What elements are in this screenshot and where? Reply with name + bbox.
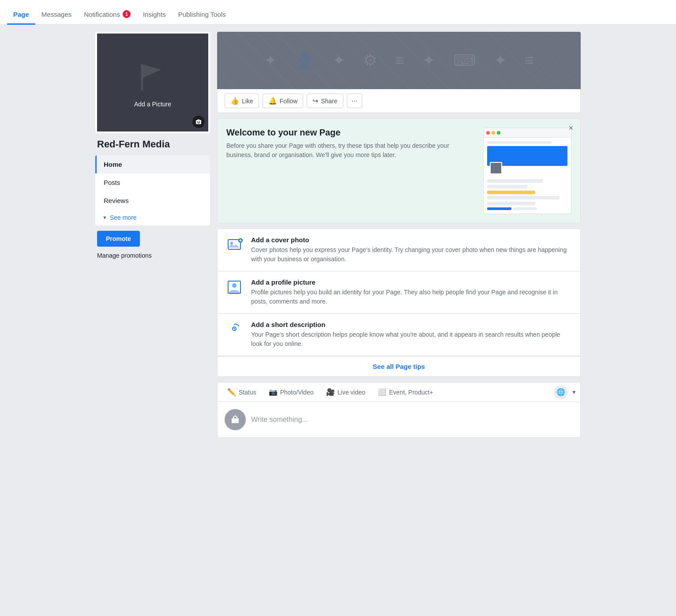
tip-short-description-content: Add a short description Your Page's shor… [251, 321, 571, 349]
camera-icon [195, 119, 202, 125]
sidebar-item-home[interactable]: Home [95, 155, 210, 173]
tip-short-description-title: Add a short description [251, 321, 571, 328]
mock-browser-body [484, 138, 571, 214]
tip-short-description-description: Your Page's short description helps peop… [251, 330, 571, 349]
main-layout: Add a Picture Red-Fern Media Home Posts … [95, 25, 581, 438]
cover-symbol-5: ≡ [395, 51, 404, 70]
more-options-button[interactable]: ··· [347, 94, 362, 108]
event-icon: ⬜ [378, 388, 387, 396]
cover-symbol-8: ✦ [494, 51, 507, 70]
top-navigation: Page Messages Notifications 1 Insights P… [0, 0, 676, 25]
composer-tab-photo[interactable]: 📷 Photo/Video [263, 383, 320, 402]
share-icon: ↪ [312, 97, 318, 105]
follow-button[interactable]: 🔔 Follow [263, 94, 303, 108]
notifications-badge: 1 [123, 10, 131, 18]
welcome-card-description: Before you share your Page with others, … [226, 141, 476, 160]
photo-icon: 📷 [269, 388, 278, 396]
mock-browser-bar [484, 128, 571, 138]
mock-dot-yellow [492, 131, 495, 135]
flag-icon [133, 57, 173, 97]
add-description-icon [227, 322, 243, 338]
composer-right-actions: 🌐 ▼ [554, 383, 577, 402]
tab-page[interactable]: Page [7, 4, 35, 25]
camera-button[interactable] [192, 116, 205, 128]
tip-profile-picture: Add a profile picture Profile pictures h… [218, 271, 580, 314]
welcome-card: Welcome to your new Page Before you shar… [217, 118, 581, 223]
cover-symbol-2: 👤 [295, 51, 315, 70]
chevron-down-icon: ▼ [102, 215, 107, 220]
composer-tabs: ✏️ Status 📷 Photo/Video 🎥 Live video ⬜ E… [218, 383, 580, 402]
see-all-tips-link[interactable]: See all Page tips [218, 356, 580, 376]
tip-profile-picture-content: Add a profile picture Profile pictures h… [251, 278, 571, 306]
close-button[interactable]: × [568, 124, 573, 132]
profile-picture-box[interactable]: Add a Picture [95, 32, 210, 133]
tip-cover-photo: Add a cover photo Cover photos help you … [218, 229, 580, 271]
share-button[interactable]: ↪ Share [307, 94, 343, 108]
short-description-icon [226, 321, 244, 338]
welcome-card-image [483, 128, 571, 214]
welcome-card-title: Welcome to your new Page [226, 128, 476, 138]
main-content: ✦ 👤 ✦ ⚙ ≡ ✦ ⌨ ✦ ≡ 👍 Like 🔔 Follow ↪ [217, 32, 581, 438]
profile-picture-icon [226, 278, 244, 296]
mock-line-5 [487, 202, 535, 205]
promote-section: Promote Manage promotions [95, 225, 210, 261]
cover-symbol-6: ✦ [422, 51, 436, 70]
tip-cover-photo-content: Add a cover photo Cover photos help you … [251, 236, 571, 264]
cover-symbol-7: ⌨ [453, 51, 476, 70]
like-button[interactable]: 👍 Like [225, 94, 259, 108]
action-bar: 👍 Like 🔔 Follow ↪ Share ··· [217, 89, 581, 113]
svg-point-7 [232, 283, 237, 288]
tip-cover-photo-description: Cover photos help you express your Page'… [251, 245, 571, 264]
sidebar-item-posts[interactable]: Posts [95, 173, 210, 192]
mock-line-4 [487, 196, 560, 199]
post-composer: ✏️ Status 📷 Photo/Video 🎥 Live video ⬜ E… [217, 382, 581, 438]
mock-blue-btn [487, 207, 511, 210]
sidebar-item-reviews[interactable]: Reviews [95, 192, 210, 210]
cover-pattern: ✦ 👤 ✦ ⚙ ≡ ✦ ⌨ ✦ ≡ [217, 32, 581, 89]
add-cover-photo-icon [227, 237, 243, 253]
see-more-link[interactable]: ▼ See more [95, 210, 210, 225]
tip-profile-picture-description: Profile pictures help you build an ident… [251, 288, 571, 306]
like-icon: 👍 [230, 97, 239, 105]
composer-tab-event[interactable]: ⬜ Event, Product+ [372, 383, 439, 402]
cover-symbol-9: ≡ [525, 51, 534, 70]
cover-photo[interactable]: ✦ 👤 ✦ ⚙ ≡ ✦ ⌨ ✦ ≡ [217, 32, 581, 89]
cover-photo-icon [226, 236, 244, 254]
tab-insights[interactable]: Insights [137, 4, 172, 25]
composer-tab-status[interactable]: ✏️ Status [221, 383, 263, 402]
mock-line-3 [487, 185, 527, 188]
cover-symbol-1: ✦ [264, 51, 277, 70]
tab-notifications[interactable]: Notifications 1 [78, 3, 137, 25]
welcome-card-text: Welcome to your new Page Before you shar… [226, 128, 476, 214]
follow-icon: 🔔 [268, 97, 277, 105]
page-name: Red-Fern Media [95, 139, 210, 150]
add-profile-picture-icon [227, 279, 243, 295]
audience-selector[interactable]: 🌐 [554, 385, 568, 399]
manage-promotions-link[interactable]: Manage promotions [95, 250, 210, 261]
mock-dot-green [497, 131, 500, 135]
tip-short-description: Add a short description Your Page's shor… [218, 314, 580, 356]
tip-profile-picture-title: Add a profile picture [251, 278, 571, 286]
svg-point-10 [234, 328, 235, 330]
tab-publishing-tools[interactable]: Publishing Tools [172, 4, 232, 25]
tip-cover-photo-title: Add a cover photo [251, 236, 571, 244]
cover-symbol-3: ✦ [332, 51, 346, 70]
promote-button[interactable]: Promote [97, 231, 140, 247]
mock-line-2 [487, 179, 543, 183]
composer-text-input[interactable]: Write something... [251, 416, 308, 424]
tab-messages[interactable]: Messages [35, 4, 78, 25]
mock-yellow-bar [487, 191, 535, 194]
sidebar-menu: Home Posts Reviews ▼ See more [95, 155, 210, 225]
mock-profile-small [490, 162, 502, 174]
status-icon: ✏️ [227, 388, 236, 396]
add-picture-label: Add a Picture [134, 101, 171, 108]
mock-dot-red [486, 131, 490, 135]
mock-grey-btn [513, 207, 537, 210]
sidebar: Add a Picture Red-Fern Media Home Posts … [95, 32, 210, 438]
tips-section: Add a cover photo Cover photos help you … [217, 229, 581, 377]
composer-input-area: Write something... [218, 402, 580, 437]
cover-symbol-4: ⚙ [363, 51, 377, 70]
composer-tab-live[interactable]: 🎥 Live video [320, 383, 372, 402]
live-video-icon: 🎥 [326, 388, 335, 396]
dropdown-arrow-icon[interactable]: ▼ [571, 389, 577, 395]
